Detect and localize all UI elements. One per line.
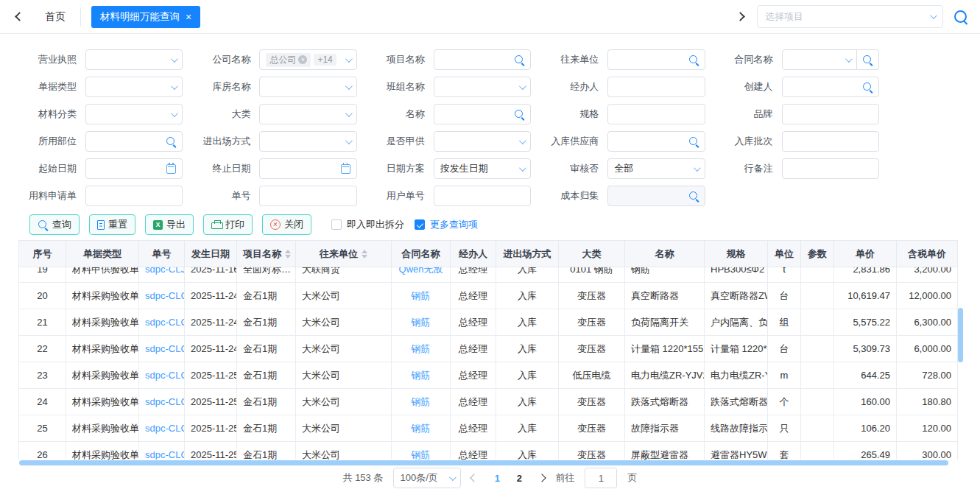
- search-icon[interactable]: [862, 82, 873, 92]
- more-filters-checkbox[interactable]: 更多查询项: [415, 218, 478, 231]
- table-row[interactable]: 22材料采购验收单sdpc-CLC(2025-11-24金石1期大米公司钢筋总经…: [19, 336, 958, 362]
- chevron-down-icon[interactable]: [345, 55, 353, 63]
- filter-select-control[interactable]: 总公司×+14: [259, 49, 356, 70]
- filter-search-control[interactable]: [607, 131, 705, 152]
- column-header[interactable]: 进出场方式: [496, 241, 559, 267]
- filter-select_search-control[interactable]: [782, 49, 857, 70]
- page-size-select[interactable]: 100条/页: [393, 468, 461, 488]
- filter-date-control[interactable]: [259, 158, 356, 179]
- page-number-1[interactable]: 1: [487, 473, 507, 484]
- chevron-down-icon[interactable]: [171, 82, 178, 90]
- contract-link[interactable]: 钢筋: [412, 343, 431, 354]
- contract-link[interactable]: Qwen无敌: [399, 267, 443, 275]
- table-row[interactable]: 24材料采购验收单sdpc-CLC(2025-11-25金石1期大米公司钢筋总经…: [19, 389, 958, 415]
- tab-home[interactable]: 首页: [45, 10, 66, 24]
- doc-number-link[interactable]: sdpc-CLC(: [145, 423, 185, 434]
- search-icon[interactable]: [688, 54, 699, 65]
- column-header[interactable]: 名称: [625, 241, 705, 267]
- filter-select-control[interactable]: 全部: [607, 158, 705, 179]
- filter-input-control[interactable]: [782, 131, 879, 152]
- filter-date-control[interactable]: [85, 158, 183, 179]
- doc-number-link[interactable]: sdpc-CLC(: [145, 370, 185, 381]
- print-button[interactable]: 打印: [203, 214, 253, 235]
- filter-search-control[interactable]: [607, 49, 705, 70]
- filter-search-control[interactable]: [782, 77, 879, 97]
- contract-link[interactable]: 钢筋: [412, 317, 431, 328]
- filter-search-control[interactable]: [434, 104, 531, 124]
- filter-search-control[interactable]: [85, 131, 183, 152]
- filter-select-control[interactable]: [85, 104, 183, 124]
- table-row[interactable]: 26材料采购验收单sdpc-CLC(2025-11-25金石1期大米公司钢筋总经…: [19, 442, 958, 460]
- filter-select-control[interactable]: [434, 77, 531, 97]
- search-icon[interactable]: [688, 191, 699, 201]
- calendar-icon[interactable]: [341, 164, 350, 174]
- close-button[interactable]: 关闭: [262, 214, 311, 235]
- chevron-down-icon[interactable]: [171, 110, 178, 117]
- sort-icon[interactable]: [285, 250, 291, 258]
- filter-search-control[interactable]: [607, 186, 705, 206]
- chevron-down-icon[interactable]: [345, 137, 353, 144]
- column-header[interactable]: 大类: [559, 241, 625, 267]
- page-number-2[interactable]: 2: [510, 473, 529, 484]
- contract-link[interactable]: 钢筋: [412, 449, 431, 460]
- column-header[interactable]: 往来单位: [296, 241, 392, 267]
- filter-select-control[interactable]: [85, 49, 183, 70]
- split-in-out-checkbox[interactable]: 即入即出拆分: [331, 218, 404, 231]
- search-button[interactable]: [857, 49, 879, 70]
- column-header[interactable]: 序号: [19, 241, 66, 267]
- doc-number-link[interactable]: sdpc-CLC(: [145, 317, 185, 328]
- search-icon[interactable]: [514, 109, 524, 119]
- table-row[interactable]: 21材料采购验收单sdpc-CLC(2025-11-24金石1期大米公司钢筋总经…: [19, 309, 958, 336]
- project-select-input[interactable]: [765, 11, 930, 22]
- reset-button[interactable]: 重置: [89, 214, 135, 235]
- column-header[interactable]: 合同名称: [392, 241, 451, 267]
- filter-select-control[interactable]: 按发生日期: [434, 158, 531, 179]
- table-row[interactable]: 20材料采购验收单sdpc-CLC(2025-11-24金石1期大米公司钢筋总经…: [19, 283, 958, 309]
- chevron-down-icon[interactable]: [519, 137, 526, 144]
- filter-input-control[interactable]: [782, 104, 879, 124]
- horizontal-scrollbar-thumb[interactable]: [19, 460, 948, 465]
- prev-page-icon[interactable]: [470, 474, 479, 482]
- doc-number-link[interactable]: sdpc-CLJ(: [145, 267, 185, 275]
- checkbox-checked-icon[interactable]: [415, 219, 425, 230]
- filter-select-control[interactable]: [434, 131, 531, 152]
- filter-input-control[interactable]: [434, 186, 531, 206]
- column-header[interactable]: 规格: [705, 241, 768, 267]
- column-header[interactable]: 单位: [768, 241, 801, 267]
- column-header[interactable]: 参数: [801, 241, 834, 267]
- column-header[interactable]: 单价: [834, 241, 897, 267]
- chevron-down-icon[interactable]: [519, 82, 526, 90]
- chevron-down-icon[interactable]: [930, 12, 937, 19]
- contract-link[interactable]: 钢筋: [412, 423, 431, 434]
- filter-input-control[interactable]: [607, 77, 705, 97]
- filter-input-control[interactable]: [782, 158, 879, 179]
- chevron-down-icon[interactable]: [345, 110, 353, 117]
- search-icon[interactable]: [514, 54, 524, 65]
- column-header[interactable]: 发生日期: [185, 241, 237, 267]
- project-select[interactable]: [757, 5, 943, 28]
- search-icon[interactable]: [688, 136, 699, 147]
- doc-number-link[interactable]: sdpc-CLC(: [145, 396, 185, 407]
- checkbox-icon[interactable]: [331, 219, 342, 230]
- contract-link[interactable]: 钢筋: [412, 290, 431, 301]
- table-row[interactable]: 19材料甲供验收单sdpc-CLJ(2025-11-16全面对标…大联商贸Qwe…: [19, 267, 958, 283]
- vertical-scrollbar-thumb[interactable]: [958, 308, 963, 362]
- export-button[interactable]: 导出: [145, 214, 194, 235]
- search-icon[interactable]: [166, 136, 176, 147]
- table-body-viewport[interactable]: 19材料甲供验收单sdpc-CLJ(2025-11-16全面对标…大联商贸Qwe…: [18, 267, 963, 460]
- chevron-down-icon[interactable]: [171, 55, 178, 63]
- chevron-down-icon[interactable]: [845, 55, 853, 63]
- column-header[interactable]: 含税单价: [897, 241, 958, 267]
- next-page-icon[interactable]: [538, 474, 546, 482]
- filter-select-control[interactable]: [85, 77, 183, 97]
- tab-close-icon[interactable]: ×: [186, 12, 191, 22]
- doc-number-link[interactable]: sdpc-CLC(: [145, 290, 185, 301]
- horizontal-scrollbar[interactable]: [18, 460, 963, 465]
- calendar-icon[interactable]: [166, 164, 176, 174]
- back-icon[interactable]: [15, 12, 24, 21]
- filter-search-control[interactable]: [434, 49, 531, 70]
- column-header[interactable]: 项目名称: [237, 241, 296, 267]
- table-row[interactable]: 23材料采购验收单sdpc-CLC(2025-11-25金石1期大米公司钢筋总经…: [19, 362, 958, 389]
- filter-input-control[interactable]: [85, 186, 183, 206]
- column-header[interactable]: 单号: [139, 241, 185, 267]
